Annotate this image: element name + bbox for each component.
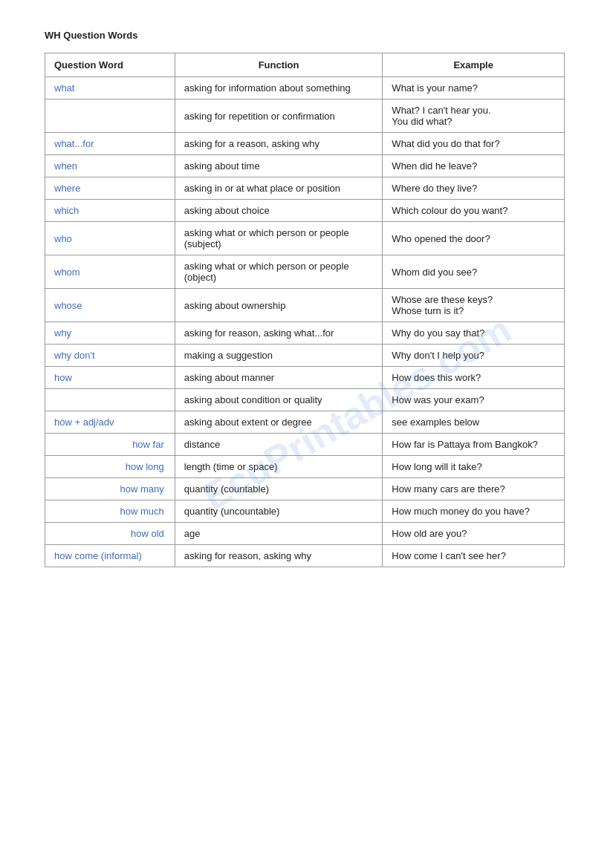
cell-function: asking for a reason, asking why [175,133,383,155]
cell-function: asking for reason, asking what...for [175,322,383,345]
cell-function: asking what or which person or people (s… [175,222,383,255]
table-row: asking about condition or qualityHow was… [45,389,565,411]
table-row: how oldageHow old are you? [45,523,565,545]
cell-example: What did you do that for? [383,133,565,155]
table-row: how + adj/advasking about extent or degr… [45,411,565,434]
cell-function: distance [175,434,383,456]
cell-function: quantity (uncountable) [175,500,383,523]
cell-example: What is your name? [383,77,565,99]
cell-function: asking about extent or degree [175,411,383,434]
cell-word [45,389,175,411]
cell-word: how many [45,478,175,500]
cell-function: asking for repetition or confirmation [175,99,383,133]
table-row: what...forasking for a reason, asking wh… [45,133,565,155]
table-row: whomasking what or which person or peopl… [45,255,565,289]
cell-function: asking in or at what place or position [175,177,383,200]
cell-example: Where do they live? [383,177,565,200]
cell-example: How long will it take? [383,456,565,478]
cell-word [45,99,175,133]
table-row: how come (informal)asking for reason, as… [45,545,565,567]
cell-example: How come I can't see her? [383,545,565,567]
cell-example: When did he leave? [383,155,565,177]
table-row: asking for repetition or confirmationWha… [45,99,565,133]
table-row: whereasking in or at what place or posit… [45,177,565,200]
cell-example: How far is Pattaya from Bangkok? [383,434,565,456]
cell-word: how far [45,434,175,456]
cell-word: why [45,322,175,345]
cell-function: making a suggestion [175,345,383,367]
cell-word: which [45,200,175,222]
header-example: Example [383,53,565,77]
table-row: how muchquantity (uncountable)How much m… [45,500,565,523]
cell-function: asking about ownership [175,289,383,322]
cell-example: Why don't I help you? [383,345,565,367]
cell-function: quantity (countable) [175,478,383,500]
page-title: WH Question Words [45,30,565,41]
cell-example: see examples below [383,411,565,434]
cell-example: Whom did you see? [383,255,565,289]
cell-example: How many cars are there? [383,478,565,500]
cell-function: age [175,523,383,545]
table-row: whoasking what or which person or people… [45,222,565,255]
table-row: whenasking about timeWhen did he leave? [45,155,565,177]
table-row: how fardistanceHow far is Pattaya from B… [45,434,565,456]
header-function: Function [175,53,383,77]
table-row: how manyquantity (countable)How many car… [45,478,565,500]
cell-word: how [45,367,175,389]
cell-function: asking about manner [175,367,383,389]
cell-example: Why do you say that? [383,322,565,345]
cell-example: How was your exam? [383,389,565,411]
cell-function: asking about condition or quality [175,389,383,411]
cell-function: asking about choice [175,200,383,222]
cell-word: whom [45,255,175,289]
cell-example: Who opened the door? [383,222,565,255]
table-row: whichasking about choiceWhich colour do … [45,200,565,222]
cell-word: where [45,177,175,200]
cell-example: What? I can't hear you.You did what? [383,99,565,133]
cell-word: whose [45,289,175,322]
wh-question-table: Question Word Function Example whataskin… [45,53,565,567]
table-row: whoseasking about ownershipWhose are the… [45,289,565,322]
cell-word: when [45,155,175,177]
cell-example: How does this work? [383,367,565,389]
cell-function: asking what or which person or people (o… [175,255,383,289]
cell-example: Whose are these keys?Whose turn is it? [383,289,565,322]
cell-example: Which colour do you want? [383,200,565,222]
cell-word: how long [45,456,175,478]
cell-word: why don't [45,345,175,367]
table-row: howasking about mannerHow does this work… [45,367,565,389]
cell-function: asking for reason, asking why [175,545,383,567]
cell-word: what...for [45,133,175,155]
header-question-word: Question Word [45,53,175,77]
cell-word: how much [45,500,175,523]
table-row: how longlength (time or space)How long w… [45,456,565,478]
cell-example: How old are you? [383,523,565,545]
cell-function: asking for information about something [175,77,383,99]
cell-word: how come (informal) [45,545,175,567]
table-row: why don'tmaking a suggestionWhy don't I … [45,345,565,367]
table-row: whyasking for reason, asking what...forW… [45,322,565,345]
cell-word: who [45,222,175,255]
cell-word: what [45,77,175,99]
cell-word: how old [45,523,175,545]
cell-word: how + adj/adv [45,411,175,434]
table-row: whatasking for information about somethi… [45,77,565,99]
cell-function: length (time or space) [175,456,383,478]
cell-function: asking about time [175,155,383,177]
cell-example: How much money do you have? [383,500,565,523]
